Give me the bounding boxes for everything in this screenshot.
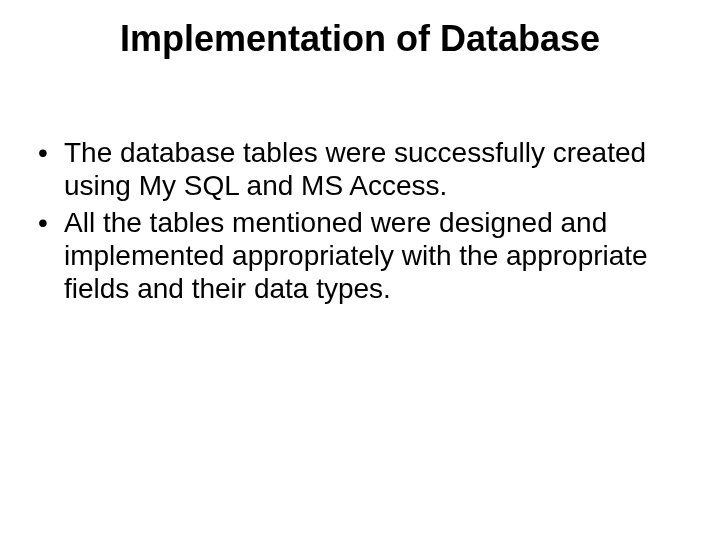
slide: Implementation of Database The database … [0, 0, 720, 540]
slide-title: Implementation of Database [0, 18, 720, 60]
list-item: The database tables were successfully cr… [34, 136, 660, 202]
bullet-list: The database tables were successfully cr… [34, 136, 660, 305]
list-item: All the tables mentioned were designed a… [34, 206, 660, 305]
slide-body: The database tables were successfully cr… [34, 136, 660, 309]
